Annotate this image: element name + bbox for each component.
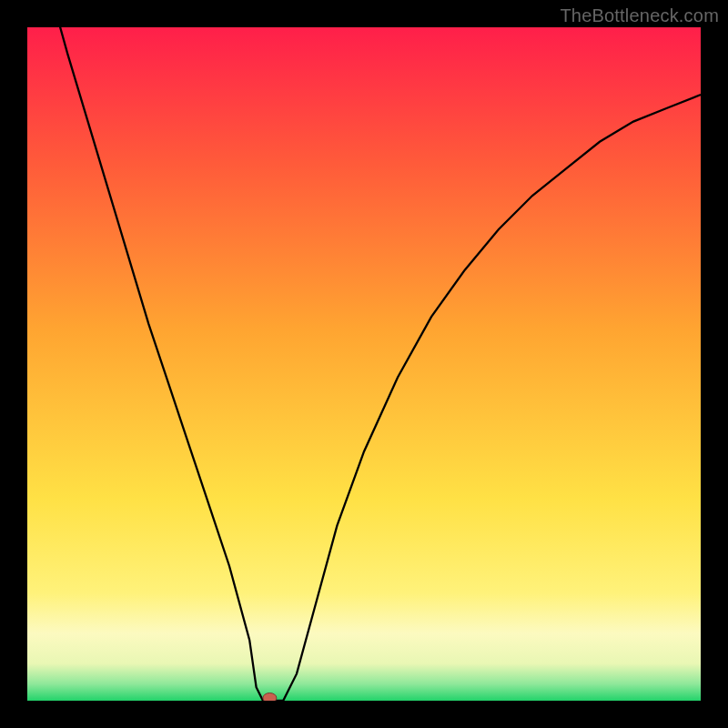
chart-svg [27,27,701,701]
watermark-label: TheBottleneck.com [560,5,719,26]
optimum-marker [263,693,277,702]
plot-area [27,27,701,701]
chart-frame: TheBottleneck.com [0,0,728,728]
gradient-background [27,27,701,701]
